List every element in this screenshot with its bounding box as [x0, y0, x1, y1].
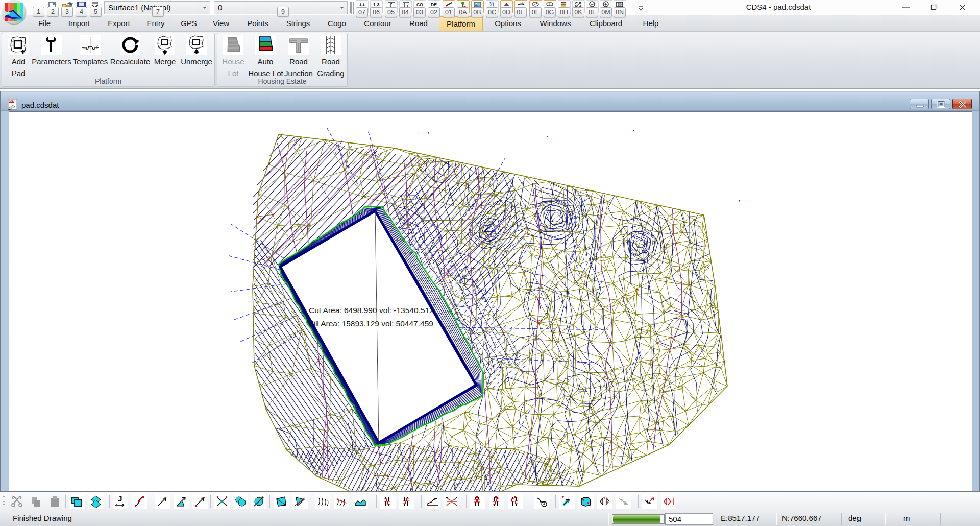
svg-text:CO: CO: [416, 2, 423, 7]
svg-text:Fill Area: 15893.129 vol: 5044: Fill Area: 15893.129 vol: 50447.459: [309, 319, 433, 328]
svg-text:DE: DE: [431, 2, 437, 7]
svg-text:Cut Area: 6498.990 vol: -13540: Cut Area: 6498.990 vol: -13540.512: [309, 306, 434, 315]
svg-text:J: J: [118, 495, 122, 503]
svg-text:1 3: 1 3: [373, 2, 380, 7]
svg-text:EXE: EXE: [9, 100, 15, 103]
